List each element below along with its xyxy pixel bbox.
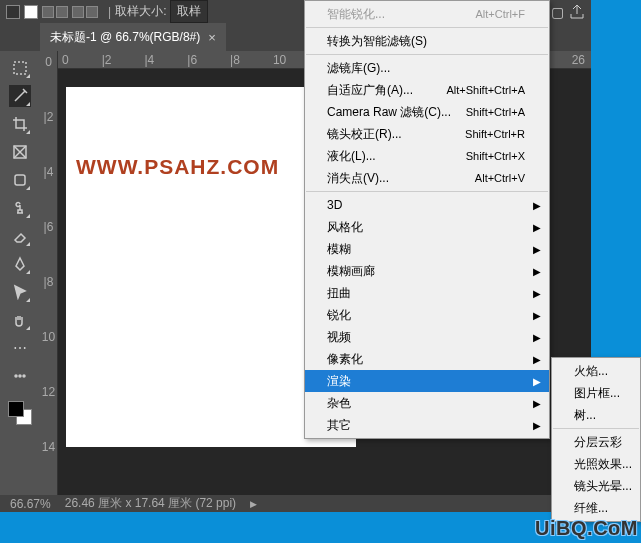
- menu-item[interactable]: 液化(L)...Shift+Ctrl+X: [305, 145, 549, 167]
- eraser-tool[interactable]: [9, 225, 31, 247]
- menu-item[interactable]: 模糊▶: [305, 238, 549, 260]
- menu-item-label: 锐化: [327, 307, 351, 324]
- menu-item-label: Camera Raw 滤镜(C)...: [327, 104, 451, 121]
- document-tab[interactable]: 未标题-1 @ 66.7%(RGB/8#) ×: [40, 23, 226, 52]
- menu-item-label: 杂色: [327, 395, 351, 412]
- edit-toolbar[interactable]: [9, 365, 31, 387]
- menu-item-label: 图片框...: [574, 385, 620, 402]
- menu-item-label: 模糊画廊: [327, 263, 375, 280]
- menu-item[interactable]: 锐化▶: [305, 304, 549, 326]
- chevron-right-icon[interactable]: ▶: [250, 499, 257, 509]
- color-swatch[interactable]: [8, 401, 32, 425]
- menu-item-label: 扭曲: [327, 285, 351, 302]
- menu-item-shortcut: Shift+Ctrl+A: [466, 106, 525, 118]
- square-icon[interactable]: [6, 5, 20, 19]
- menu-item-label: 渲染: [327, 373, 351, 390]
- square-icon-filled[interactable]: [24, 5, 38, 19]
- menu-item-label: 树...: [574, 407, 596, 424]
- menu-item[interactable]: 镜头光晕...: [552, 475, 640, 497]
- frame-tool[interactable]: [9, 141, 31, 163]
- menu-item-label: 智能锐化...: [327, 6, 385, 23]
- hand-tool[interactable]: [9, 309, 31, 331]
- menu-item-label: 风格化: [327, 219, 363, 236]
- menu-item[interactable]: 图片框...: [552, 382, 640, 404]
- menu-item[interactable]: 3D▶: [305, 194, 549, 216]
- menu-item[interactable]: 光照效果...: [552, 453, 640, 475]
- menu-item-label: 火焰...: [574, 363, 608, 380]
- menu-separator: [306, 54, 548, 55]
- pen-tool[interactable]: [9, 253, 31, 275]
- menu-item[interactable]: 渲染▶: [305, 370, 549, 392]
- menu-item-label: 其它: [327, 417, 351, 434]
- menu-item-label: 消失点(V)...: [327, 170, 389, 187]
- render-submenu[interactable]: 火焰...图片框...树...分层云彩光照效果...镜头光晕...纤维...: [551, 357, 641, 522]
- zoom-level[interactable]: 66.67%: [10, 497, 51, 511]
- menu-item-label: 镜头校正(R)...: [327, 126, 402, 143]
- path-select-tool[interactable]: [9, 281, 31, 303]
- menu-item[interactable]: 消失点(V)...Alt+Ctrl+V: [305, 167, 549, 189]
- close-icon[interactable]: ×: [208, 30, 216, 45]
- healing-brush-tool[interactable]: [9, 169, 31, 191]
- svg-point-8: [19, 375, 21, 377]
- menu-item[interactable]: 镜头校正(R)...Shift+Ctrl+R: [305, 123, 549, 145]
- menu-item[interactable]: 扭曲▶: [305, 282, 549, 304]
- stamp-tool[interactable]: [9, 197, 31, 219]
- menu-item[interactable]: 自适应广角(A)...Alt+Shift+Ctrl+A: [305, 79, 549, 101]
- divider: |: [108, 5, 111, 19]
- menu-item[interactable]: 转换为智能滤镜(S): [305, 30, 549, 52]
- menu-separator: [306, 191, 548, 192]
- foreground-color[interactable]: [8, 401, 24, 417]
- ruler-vertical: 0 |2 |4 |6 |8 10 12 14: [40, 51, 58, 495]
- menu-item-label: 滤镜库(G)...: [327, 60, 390, 77]
- site-watermark: UiBQ.CoM: [535, 517, 638, 540]
- menu-item-label: 纤维...: [574, 500, 608, 517]
- marquee-tool[interactable]: [9, 57, 31, 79]
- menu-item-shortcut: Alt+Shift+Ctrl+A: [446, 84, 525, 96]
- menu-item[interactable]: 纤维...: [552, 497, 640, 519]
- mode-icons-2[interactable]: [72, 6, 98, 18]
- sample-size-dropdown[interactable]: 取样: [170, 0, 208, 23]
- menu-item-label: 转换为智能滤镜(S): [327, 33, 427, 50]
- share-icon[interactable]: [569, 4, 585, 20]
- menu-item-shortcut: Shift+Ctrl+R: [465, 128, 525, 140]
- chevron-right-icon: ▶: [533, 376, 541, 387]
- menu-separator: [306, 27, 548, 28]
- menu-separator: [553, 428, 639, 429]
- menu-item[interactable]: 火焰...: [552, 360, 640, 382]
- menu-item[interactable]: 像素化▶: [305, 348, 549, 370]
- menu-item-shortcut: Shift+Ctrl+X: [466, 150, 525, 162]
- view-icon[interactable]: ▢: [549, 4, 565, 20]
- watermark-text: WWW.PSAHZ.COM: [76, 155, 279, 179]
- document-tab-title: 未标题-1 @ 66.7%(RGB/8#): [50, 29, 200, 46]
- menu-item[interactable]: 其它▶: [305, 414, 549, 436]
- menu-item-label: 像素化: [327, 351, 363, 368]
- crop-tool[interactable]: [9, 113, 31, 135]
- chevron-right-icon: ▶: [533, 244, 541, 255]
- magic-wand-tool[interactable]: [9, 85, 31, 107]
- menu-item-label: 3D: [327, 198, 342, 212]
- chevron-right-icon: ▶: [533, 288, 541, 299]
- menu-item[interactable]: 模糊画廊▶: [305, 260, 549, 282]
- menu-item[interactable]: 视频▶: [305, 326, 549, 348]
- filter-menu[interactable]: 智能锐化...Alt+Ctrl+F转换为智能滤镜(S)滤镜库(G)...自适应广…: [304, 0, 550, 439]
- sample-size-label: 取样大小:: [115, 3, 166, 20]
- menu-item[interactable]: Camera Raw 滤镜(C)...Shift+Ctrl+A: [305, 101, 549, 123]
- menu-item[interactable]: 风格化▶: [305, 216, 549, 238]
- menu-item-shortcut: Alt+Ctrl+F: [475, 8, 525, 20]
- menu-item-label: 液化(L)...: [327, 148, 376, 165]
- menu-item[interactable]: 滤镜库(G)...: [305, 57, 549, 79]
- menu-item[interactable]: 树...: [552, 404, 640, 426]
- svg-rect-6: [15, 175, 25, 185]
- menu-item-label: 光照效果...: [574, 456, 632, 473]
- menu-item[interactable]: 杂色▶: [305, 392, 549, 414]
- svg-rect-2: [14, 62, 26, 74]
- menu-item[interactable]: 分层云彩: [552, 431, 640, 453]
- menu-item-shortcut: Alt+Ctrl+V: [475, 172, 525, 184]
- chevron-right-icon: ▶: [533, 310, 541, 321]
- chevron-right-icon: ▶: [533, 222, 541, 233]
- chevron-right-icon: ▶: [533, 398, 541, 409]
- mode-icons[interactable]: [42, 6, 68, 18]
- status-bar: 66.67% 26.46 厘米 x 17.64 厘米 (72 ppi) ▶: [0, 495, 591, 512]
- more-tool[interactable]: ⋯: [9, 337, 31, 359]
- chevron-right-icon: ▶: [533, 200, 541, 211]
